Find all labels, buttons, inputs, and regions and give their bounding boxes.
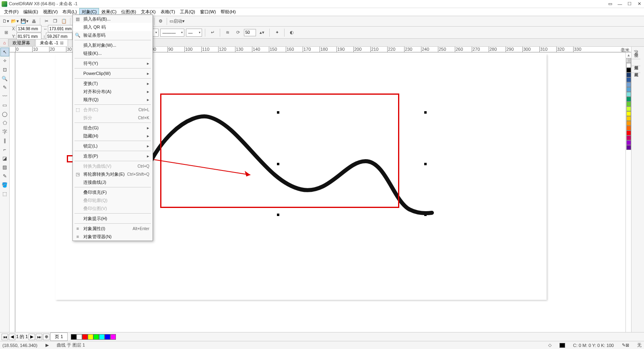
menu-item[interactable]: 帮助(H)	[218, 8, 238, 16]
maximize-icon[interactable]: ☐	[626, 1, 633, 7]
color-swatch[interactable]	[626, 102, 631, 106]
menu-item[interactable]: 隐藏(H)▸	[73, 132, 153, 140]
cut-icon[interactable]: ✂	[42, 17, 50, 25]
menu-item[interactable]: 窗口(W)	[198, 8, 219, 16]
color-swatch[interactable]	[626, 92, 631, 97]
fill-indicator-icon[interactable]: ◇	[548, 343, 551, 348]
swatch-none[interactable]: ⊠	[626, 58, 631, 63]
color-swatch[interactable]	[626, 97, 631, 102]
home-icon[interactable]: ⌂	[1, 39, 8, 46]
print-icon[interactable]: 🖶	[30, 17, 38, 25]
menu-item[interactable]: 符号(Y)▸	[73, 59, 153, 67]
palette-up-icon[interactable]: ▴	[626, 52, 631, 58]
copy-icon[interactable]: ❐	[51, 17, 59, 25]
menu-item[interactable]: 叠印填充(F)	[73, 188, 153, 196]
paste-icon[interactable]: 📋	[60, 17, 68, 25]
zoom-tool-icon[interactable]: 🔍	[0, 74, 9, 83]
menu-item[interactable]: 插入新对象(W)...	[73, 41, 153, 49]
width-input[interactable]	[48, 25, 74, 32]
page-first-icon[interactable]: ⏮	[2, 334, 8, 340]
minimize-icon[interactable]: —	[617, 1, 623, 7]
color-swatch[interactable]	[626, 145, 631, 150]
color-swatch[interactable]	[626, 121, 631, 126]
menu-item[interactable]: 编辑(E)	[21, 8, 41, 16]
transparency-tool-icon[interactable]: ▨	[0, 163, 9, 172]
freehand-tool-icon[interactable]: ✎	[0, 83, 9, 92]
crop-tool-icon[interactable]: ⊡	[0, 65, 9, 74]
palette-swatch[interactable]	[88, 334, 93, 340]
fill-tool-icon[interactable]: 🪣	[0, 181, 9, 189]
help-icon[interactable]: ▭	[607, 1, 613, 7]
page-add-icon[interactable]: ⊕	[43, 334, 50, 340]
tab-welcome[interactable]: 欢迎屏幕	[8, 39, 35, 46]
menu-item[interactable]: 对象提示(H)	[73, 214, 153, 222]
docker-tab[interactable]: 对象属性	[632, 59, 640, 66]
palette-swatch[interactable]	[82, 334, 88, 340]
extra2-icon[interactable]: ◐	[287, 28, 296, 37]
menu-item[interactable]: 变换(T)▸	[73, 79, 153, 87]
palette-swatch[interactable]	[105, 334, 110, 340]
outline-none-icon[interactable]: ✎⊠	[622, 343, 629, 348]
color-swatch[interactable]	[626, 126, 631, 131]
line-style-combo[interactable]: ———	[160, 29, 184, 37]
eyedropper-tool-icon[interactable]: ✎	[0, 172, 9, 181]
open-file-icon[interactable]: 📂▾	[10, 17, 19, 25]
color-swatch[interactable]	[626, 140, 631, 145]
color-swatch[interactable]	[626, 82, 631, 87]
docker-tab[interactable]: 提示(N)	[632, 47, 640, 59]
outline-swatch[interactable]	[559, 343, 565, 348]
menu-item[interactable]: 顺序(Q)▸	[73, 96, 153, 104]
menu-item[interactable]: 工具(Q)	[178, 8, 198, 16]
color-swatch[interactable]	[626, 63, 631, 68]
menu-item[interactable]: 插入 QR 码	[73, 23, 153, 31]
color-swatch[interactable]	[626, 106, 631, 111]
new-file-icon[interactable]: 🗋▾	[2, 17, 10, 25]
parallel-tool-icon[interactable]: ∥	[0, 136, 9, 145]
menu-item[interactable]: 链接(K)...	[73, 49, 153, 57]
palette-swatch[interactable]	[76, 334, 82, 340]
color-swatch[interactable]	[626, 111, 631, 116]
pick-tool-icon[interactable]: ↖	[0, 48, 9, 56]
ellipse-tool-icon[interactable]: ◯	[0, 110, 9, 118]
spin-icon[interactable]: ⟳	[233, 28, 242, 37]
polygon-tool-icon[interactable]: ⬠	[0, 118, 9, 127]
wrap-icon[interactable]: ↵	[208, 28, 217, 37]
text-tool-icon[interactable]: 字	[0, 127, 9, 136]
palette-swatch[interactable]	[71, 334, 76, 340]
extra1-icon[interactable]: ✦	[272, 28, 281, 37]
page-prev-icon[interactable]: ◀	[9, 334, 15, 340]
menu-item[interactable]: ≡对象管理器(N)	[73, 233, 153, 241]
menu-item[interactable]: PowerClip(W)▸	[73, 69, 153, 77]
launch-button[interactable]: ▭ 启动 ▾	[169, 17, 185, 25]
end-cap-combo[interactable]: —	[186, 29, 202, 37]
menu-item[interactable]: 表格(T)	[158, 8, 178, 16]
spin-up-icon[interactable]: ▴▾	[258, 28, 266, 37]
docker-tab[interactable]: 对象样式	[632, 66, 640, 73]
connector-tool-icon[interactable]: ⌐	[0, 145, 9, 154]
palette-swatch[interactable]	[110, 334, 116, 340]
outline-tool-icon[interactable]: ⬚	[0, 189, 9, 198]
page-next-icon[interactable]: ▶	[29, 334, 35, 340]
x-input[interactable]	[17, 25, 41, 32]
shape-tool-icon[interactable]: ✧	[0, 56, 9, 65]
menu-item[interactable]: 对齐和分布(A)▸	[73, 87, 153, 96]
color-swatch[interactable]	[626, 116, 631, 121]
page-last-icon[interactable]: ⏭	[36, 334, 42, 340]
rectangle-tool-icon[interactable]: ▭	[0, 101, 9, 110]
menu-item[interactable]: 视图(V)	[41, 8, 60, 16]
menu-item[interactable]: 造形(P)▸	[73, 152, 153, 160]
tab-document[interactable]: 未命名 -1⊠	[35, 39, 68, 46]
color-swatch[interactable]	[626, 131, 631, 135]
artistic-tool-icon[interactable]: 〰	[0, 92, 9, 101]
tab-close-icon[interactable]: ⊠	[60, 40, 64, 46]
color-swatch[interactable]	[626, 73, 631, 77]
menu-item[interactable]: 🔍验证条形码	[73, 31, 153, 39]
menu-item[interactable]: ◳将轮廓转换为对象(E)Ctrl+Shift+Q	[73, 170, 153, 178]
page-tab[interactable]: 页 1	[50, 332, 67, 341]
close-icon[interactable]: ✕	[636, 1, 642, 7]
menu-item[interactable]: ≡对象属性(I)Alt+Enter	[73, 224, 153, 233]
menu-item[interactable]: 组合(G)▸	[73, 124, 153, 132]
color-swatch[interactable]	[626, 77, 631, 82]
color-swatch[interactable]	[626, 68, 631, 73]
palette-swatch[interactable]	[99, 334, 105, 340]
